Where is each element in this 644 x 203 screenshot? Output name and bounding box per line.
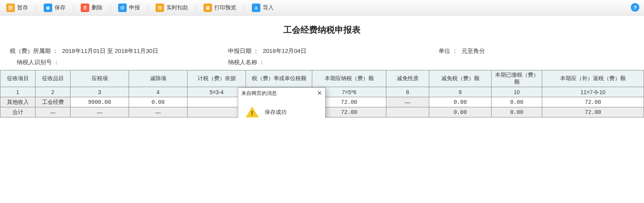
separator: | <box>110 5 111 11</box>
toolbar-label: 导入 <box>263 4 274 11</box>
help-icon[interactable]: ? <box>631 3 639 12</box>
formula-cell: 11=7-9-10 <box>542 87 644 97</box>
formula-cell: 3 <box>71 87 129 97</box>
dialog-title: 来自网页的消息 <box>241 90 277 97</box>
declare-date-value: 2018年12月04日 <box>263 47 306 55</box>
unit-label: 单位 ： <box>439 47 458 55</box>
th-col-9: 减免税（费）额 <box>429 70 492 87</box>
deduct-icon <box>156 4 164 12</box>
toolbar-import-button[interactable]: 导入 <box>249 2 276 13</box>
cell-item: 工会经费 <box>35 97 71 107</box>
th-col-2: 征收品目 <box>35 70 71 87</box>
total-c9: 0.00 <box>492 107 542 117</box>
declare-date-label: 申报日期 ： <box>228 47 259 55</box>
cell-reduce-amt[interactable]: 0.00 <box>429 97 492 107</box>
formula-cell: 5=3-4 <box>188 87 246 97</box>
th-col-5: 计税（费）依据 <box>188 70 246 87</box>
cell-project: 其他收入 <box>0 97 35 107</box>
taxpayer-name-label: 纳税人名称 ： <box>228 59 265 66</box>
dialog-header: 来自网页的消息 ✕ <box>238 88 325 99</box>
separator: | <box>35 5 37 11</box>
table-header-row: 征收项目 征收品目 应税项 减除项 计税（费）依据 税（费）率或单位税额 本期应… <box>0 70 644 87</box>
save-icon <box>44 4 52 12</box>
total-c4 <box>188 107 246 117</box>
print-icon <box>203 4 212 12</box>
unit-value: 元至角分 <box>462 47 485 55</box>
th-col-4: 减除项 <box>129 70 188 87</box>
th-col-3: 应税项 <box>71 70 129 87</box>
th-col-1: 征收项目 <box>0 70 35 87</box>
cell-paid[interactable]: 0.00 <box>492 97 542 107</box>
meta-block: 税（费）所属期 ： 2018年11月01日 至 2018年11月30日 申报日期… <box>0 47 644 66</box>
total-c10: 72.00 <box>542 107 644 117</box>
total-c2: — <box>71 107 129 117</box>
formula-cell: 4 <box>129 87 188 97</box>
toolbar-delete-button[interactable]: 删除 <box>78 2 105 13</box>
svg-rect-4 <box>207 6 209 7</box>
cell-deduct[interactable]: 0.00 <box>129 97 188 107</box>
cell-basis <box>188 97 246 107</box>
toolbar-label: 删除 <box>92 4 103 11</box>
toolbar-deduct-button[interactable]: 实时扣款 <box>153 2 191 13</box>
th-col-8: 减免性质 <box>386 70 429 87</box>
separator: | <box>195 5 197 11</box>
separator: | <box>147 5 149 11</box>
period-value: 2018年11月01日 至 2018年11月30日 <box>62 47 158 55</box>
toolbar-declare-button[interactable]: 申报 <box>116 2 142 13</box>
separator: | <box>73 5 74 11</box>
taxpayer-id-label: 纳税人识别号 ： <box>17 59 59 66</box>
close-icon[interactable]: ✕ <box>317 90 322 96</box>
toolbar-label: 保存 <box>55 4 65 11</box>
formula-cell: 9 <box>429 87 492 97</box>
toolbar-label: 暂存 <box>17 4 28 11</box>
total-c7 <box>386 107 429 117</box>
toolbar-label: 打印预览 <box>214 4 236 11</box>
toolbar-label: 实时扣款 <box>166 4 188 11</box>
th-col-7: 本期应纳税（费）额 <box>312 70 386 87</box>
declare-icon <box>118 4 127 12</box>
formula-cell: 1 <box>0 87 35 97</box>
period-label: 税（费）所属期 ： <box>10 47 58 55</box>
dialog-body: 保存成功 <box>238 99 325 117</box>
alert-dialog: 来自网页的消息 ✕ 保存成功 确定 <box>238 88 326 117</box>
separator: | <box>243 5 245 11</box>
total-label: 合计 <box>0 107 35 117</box>
formula-cell: 8 <box>386 87 429 97</box>
dialog-message: 保存成功 <box>265 109 287 116</box>
delete-icon <box>81 4 89 12</box>
toolbar-print-button[interactable]: 打印预览 <box>201 2 239 13</box>
warning-icon <box>245 107 259 117</box>
toolbar: 暂存 | 保存 | 删除 | 申报 | 实时扣款 | 打印预览 | <box>0 0 644 16</box>
formula-cell: 10 <box>492 87 542 97</box>
formula-cell: 2 <box>35 87 71 97</box>
cell-reduce-type: — <box>386 97 429 107</box>
page-title: 工会经费纳税申报表 <box>0 24 644 36</box>
th-col-10: 本期已缴税（费）额 <box>492 70 542 87</box>
toolbar-draft-button[interactable]: 暂存 <box>4 2 30 13</box>
total-c3: — <box>129 107 188 117</box>
total-c8: 0.00 <box>429 107 492 117</box>
th-col-11: 本期应（补）退税（费）额 <box>542 70 644 87</box>
cell-refund: 72.00 <box>542 97 644 107</box>
toolbar-save-button[interactable]: 保存 <box>41 2 68 13</box>
th-col-6: 税（费）率或单位税额 <box>246 70 312 87</box>
toolbar-label: 申报 <box>129 4 140 11</box>
draft-icon <box>6 4 15 12</box>
import-icon <box>252 4 260 12</box>
cell-taxable[interactable]: 9000.00 <box>71 97 129 107</box>
total-dash: — <box>35 107 71 117</box>
